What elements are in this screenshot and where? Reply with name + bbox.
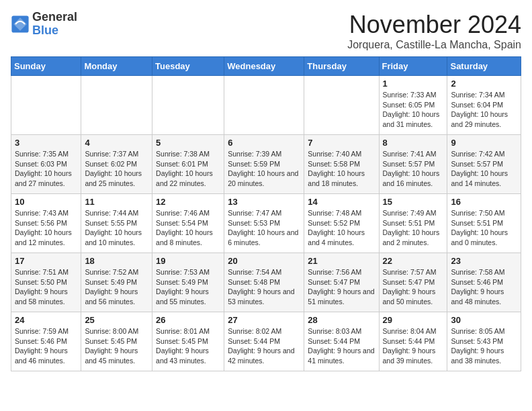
calendar-week-row: 1Sunrise: 7:33 AMSunset: 6:05 PMDaylight… bbox=[11, 76, 521, 135]
calendar-cell: 3Sunrise: 7:35 AMSunset: 6:03 PMDaylight… bbox=[11, 135, 81, 194]
day-number: 20 bbox=[228, 256, 300, 266]
day-info: Sunrise: 7:48 AMSunset: 5:52 PMDaylight:… bbox=[308, 208, 375, 248]
calendar-cell: 19Sunrise: 7:53 AMSunset: 5:49 PMDayligh… bbox=[152, 253, 224, 312]
day-number: 27 bbox=[228, 315, 300, 325]
day-info: Sunrise: 7:34 AMSunset: 6:04 PMDaylight:… bbox=[451, 90, 517, 130]
day-number: 7 bbox=[308, 138, 375, 148]
day-number: 28 bbox=[308, 315, 375, 325]
day-info: Sunrise: 7:56 AMSunset: 5:47 PMDaylight:… bbox=[308, 267, 375, 307]
day-number: 10 bbox=[15, 197, 77, 207]
day-number: 14 bbox=[308, 197, 375, 207]
calendar-cell: 18Sunrise: 7:52 AMSunset: 5:49 PMDayligh… bbox=[81, 253, 152, 312]
calendar-cell: 17Sunrise: 7:51 AMSunset: 5:50 PMDayligh… bbox=[11, 253, 81, 312]
calendar-week-row: 24Sunrise: 7:59 AMSunset: 5:46 PMDayligh… bbox=[11, 312, 521, 371]
logo: General Blue bbox=[11, 11, 77, 38]
day-number: 2 bbox=[451, 79, 517, 89]
calendar-cell: 30Sunrise: 8:05 AMSunset: 5:43 PMDayligh… bbox=[447, 312, 521, 371]
day-info: Sunrise: 7:33 AMSunset: 6:05 PMDaylight:… bbox=[383, 90, 444, 130]
day-info: Sunrise: 7:44 AMSunset: 5:55 PMDaylight:… bbox=[85, 208, 148, 248]
day-number: 17 bbox=[15, 256, 77, 266]
day-number: 22 bbox=[383, 256, 444, 266]
logo-icon bbox=[11, 15, 30, 34]
month-year: November 2024 bbox=[347, 11, 521, 39]
day-info: Sunrise: 7:35 AMSunset: 6:03 PMDaylight:… bbox=[15, 149, 77, 189]
day-info: Sunrise: 7:52 AMSunset: 5:49 PMDaylight:… bbox=[85, 267, 148, 307]
day-info: Sunrise: 7:46 AMSunset: 5:54 PMDaylight:… bbox=[156, 208, 220, 248]
weekday-header: Friday bbox=[379, 57, 447, 76]
logo-line2: Blue bbox=[32, 24, 77, 38]
day-number: 6 bbox=[228, 138, 300, 148]
day-info: Sunrise: 7:50 AMSunset: 5:51 PMDaylight:… bbox=[451, 208, 517, 248]
day-info: Sunrise: 7:57 AMSunset: 5:47 PMDaylight:… bbox=[383, 267, 444, 307]
location: Jorquera, Castille-La Mancha, Spain bbox=[347, 39, 521, 51]
day-info: Sunrise: 7:40 AMSunset: 5:58 PMDaylight:… bbox=[308, 149, 375, 189]
calendar-cell: 28Sunrise: 8:03 AMSunset: 5:44 PMDayligh… bbox=[304, 312, 379, 371]
day-info: Sunrise: 7:51 AMSunset: 5:50 PMDaylight:… bbox=[15, 267, 77, 307]
day-number: 4 bbox=[85, 138, 148, 148]
calendar-cell: 13Sunrise: 7:47 AMSunset: 5:53 PMDayligh… bbox=[224, 194, 304, 253]
calendar-cell: 15Sunrise: 7:49 AMSunset: 5:51 PMDayligh… bbox=[379, 194, 447, 253]
calendar-cell: 7Sunrise: 7:40 AMSunset: 5:58 PMDaylight… bbox=[304, 135, 379, 194]
day-number: 29 bbox=[383, 315, 444, 325]
weekday-header: Sunday bbox=[11, 57, 81, 76]
day-info: Sunrise: 7:49 AMSunset: 5:51 PMDaylight:… bbox=[383, 208, 444, 248]
calendar-cell: 26Sunrise: 8:01 AMSunset: 5:45 PMDayligh… bbox=[152, 312, 224, 371]
day-number: 15 bbox=[383, 197, 444, 207]
calendar-header: SundayMondayTuesdayWednesdayThursdayFrid… bbox=[11, 57, 521, 76]
day-info: Sunrise: 7:43 AMSunset: 5:56 PMDaylight:… bbox=[15, 208, 77, 248]
calendar-cell: 2Sunrise: 7:34 AMSunset: 6:04 PMDaylight… bbox=[447, 76, 521, 135]
day-number: 26 bbox=[156, 315, 220, 325]
calendar-cell bbox=[152, 76, 224, 135]
calendar-cell bbox=[11, 76, 81, 135]
logo-line1: General bbox=[32, 11, 77, 24]
day-number: 21 bbox=[308, 256, 375, 266]
calendar-table: SundayMondayTuesdayWednesdayThursdayFrid… bbox=[11, 56, 521, 371]
calendar-cell: 21Sunrise: 7:56 AMSunset: 5:47 PMDayligh… bbox=[304, 253, 379, 312]
calendar-cell: 24Sunrise: 7:59 AMSunset: 5:46 PMDayligh… bbox=[11, 312, 81, 371]
day-number: 9 bbox=[451, 138, 517, 148]
calendar-cell: 25Sunrise: 8:00 AMSunset: 5:45 PMDayligh… bbox=[81, 312, 152, 371]
calendar-cell: 27Sunrise: 8:02 AMSunset: 5:44 PMDayligh… bbox=[224, 312, 304, 371]
day-info: Sunrise: 7:58 AMSunset: 5:46 PMDaylight:… bbox=[451, 267, 517, 307]
day-info: Sunrise: 8:05 AMSunset: 5:43 PMDaylight:… bbox=[451, 326, 517, 366]
day-number: 5 bbox=[156, 138, 220, 148]
weekday-header: Thursday bbox=[304, 57, 379, 76]
day-number: 3 bbox=[15, 138, 77, 148]
calendar-cell: 1Sunrise: 7:33 AMSunset: 6:05 PMDaylight… bbox=[379, 76, 447, 135]
day-info: Sunrise: 7:37 AMSunset: 6:02 PMDaylight:… bbox=[85, 149, 148, 189]
calendar-week-row: 17Sunrise: 7:51 AMSunset: 5:50 PMDayligh… bbox=[11, 253, 521, 312]
calendar-cell: 11Sunrise: 7:44 AMSunset: 5:55 PMDayligh… bbox=[81, 194, 152, 253]
title-block: November 2024 Jorquera, Castille-La Manc… bbox=[347, 11, 521, 51]
weekday-header: Tuesday bbox=[152, 57, 224, 76]
calendar-cell bbox=[224, 76, 304, 135]
calendar-cell bbox=[304, 76, 379, 135]
calendar-body: 1Sunrise: 7:33 AMSunset: 6:05 PMDaylight… bbox=[11, 76, 521, 371]
calendar-cell: 14Sunrise: 7:48 AMSunset: 5:52 PMDayligh… bbox=[304, 194, 379, 253]
calendar-cell: 29Sunrise: 8:04 AMSunset: 5:44 PMDayligh… bbox=[379, 312, 447, 371]
weekday-row: SundayMondayTuesdayWednesdayThursdayFrid… bbox=[11, 57, 521, 76]
calendar-cell: 12Sunrise: 7:46 AMSunset: 5:54 PMDayligh… bbox=[152, 194, 224, 253]
day-number: 25 bbox=[85, 315, 148, 325]
day-info: Sunrise: 8:03 AMSunset: 5:44 PMDaylight:… bbox=[308, 326, 375, 366]
day-info: Sunrise: 7:42 AMSunset: 5:57 PMDaylight:… bbox=[451, 149, 517, 189]
day-info: Sunrise: 7:53 AMSunset: 5:49 PMDaylight:… bbox=[156, 267, 220, 307]
day-info: Sunrise: 7:39 AMSunset: 5:59 PMDaylight:… bbox=[228, 149, 300, 189]
day-info: Sunrise: 7:41 AMSunset: 5:57 PMDaylight:… bbox=[383, 149, 444, 189]
day-info: Sunrise: 8:02 AMSunset: 5:44 PMDaylight:… bbox=[228, 326, 300, 366]
calendar-cell: 22Sunrise: 7:57 AMSunset: 5:47 PMDayligh… bbox=[379, 253, 447, 312]
day-info: Sunrise: 7:59 AMSunset: 5:46 PMDaylight:… bbox=[15, 326, 77, 366]
calendar-cell: 6Sunrise: 7:39 AMSunset: 5:59 PMDaylight… bbox=[224, 135, 304, 194]
day-number: 13 bbox=[228, 197, 300, 207]
day-info: Sunrise: 8:00 AMSunset: 5:45 PMDaylight:… bbox=[85, 326, 148, 366]
day-info: Sunrise: 8:01 AMSunset: 5:45 PMDaylight:… bbox=[156, 326, 220, 366]
weekday-header: Wednesday bbox=[224, 57, 304, 76]
page-header: General Blue November 2024 Jorquera, Cas… bbox=[11, 11, 521, 51]
day-info: Sunrise: 7:38 AMSunset: 6:01 PMDaylight:… bbox=[156, 149, 220, 189]
day-number: 23 bbox=[451, 256, 517, 266]
day-number: 19 bbox=[156, 256, 220, 266]
day-number: 1 bbox=[383, 79, 444, 89]
day-info: Sunrise: 7:47 AMSunset: 5:53 PMDaylight:… bbox=[228, 208, 300, 248]
day-info: Sunrise: 8:04 AMSunset: 5:44 PMDaylight:… bbox=[383, 326, 444, 366]
calendar-cell: 10Sunrise: 7:43 AMSunset: 5:56 PMDayligh… bbox=[11, 194, 81, 253]
calendar-cell: 8Sunrise: 7:41 AMSunset: 5:57 PMDaylight… bbox=[379, 135, 447, 194]
